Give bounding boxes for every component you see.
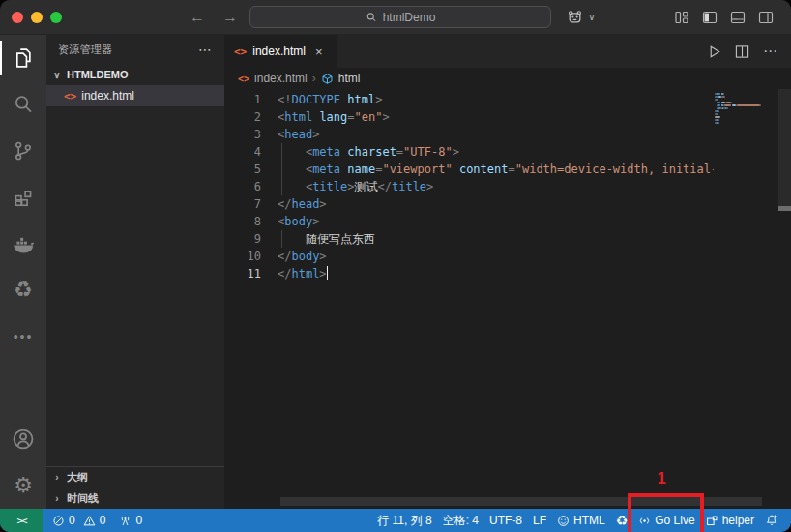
line-number: 3: [224, 126, 261, 143]
extensions-icon[interactable]: [0, 174, 46, 221]
line-number: 4: [224, 143, 261, 161]
vscode-window: ← → htmlDemo ∨: [0, 0, 791, 532]
text-cursor: [327, 266, 329, 280]
breadcrumb-symbol[interactable]: html: [338, 72, 361, 85]
sidebar-more-icon[interactable]: ⋯: [198, 42, 213, 57]
code-editor[interactable]: 1<!DOCTYPE html>2<html lang="en">3<head>…: [224, 89, 791, 509]
vertical-scrollbar[interactable]: [778, 89, 791, 211]
docker-icon[interactable]: [0, 221, 46, 267]
error-count: 0: [69, 514, 75, 527]
broadcast-icon: [638, 515, 651, 527]
code-line[interactable]: 8<body>: [224, 213, 714, 230]
timeline-section[interactable]: › 时间线: [46, 488, 224, 509]
code-line[interactable]: 10</body>: [224, 248, 714, 265]
activity-bar: ♻ ••• ⚙: [0, 35, 46, 509]
horizontal-scrollbar[interactable]: [280, 497, 762, 506]
code-line[interactable]: 3<head>: [224, 126, 714, 143]
profile-menu[interactable]: ∨: [567, 9, 597, 25]
chevron-right-icon: ›: [52, 472, 62, 483]
cursor-position[interactable]: 行 11, 列 8: [377, 513, 431, 529]
line-number: 2: [224, 108, 261, 126]
search-sidebar-icon[interactable]: [0, 81, 46, 128]
eol-sequence[interactable]: LF: [533, 514, 546, 527]
helper-button[interactable]: helper: [706, 514, 754, 527]
editor-group: <> index.html × ⋯ <> index.htm: [224, 35, 791, 509]
breadcrumb: <> index.html › html: [224, 68, 791, 89]
helper-icon: [706, 515, 718, 527]
language-label: HTML: [573, 514, 605, 527]
folder-htmldemo[interactable]: ∨ HTMLDEMO: [46, 64, 224, 85]
code-line[interactable]: 2<html lang="en">: [224, 108, 714, 126]
explorer-sidebar: 资源管理器 ⋯ ∨ HTMLDEMO <> index.html › 大纲 › …: [46, 35, 224, 509]
explorer-icon[interactable]: [0, 35, 46, 81]
minimap[interactable]: [715, 93, 778, 125]
code-line[interactable]: 11</html>: [224, 265, 714, 282]
toggle-primary-sidebar-icon[interactable]: [702, 10, 718, 25]
html-file-icon: <>: [238, 74, 249, 84]
title-bar: ← → htmlDemo ∨: [0, 0, 791, 35]
close-tab-icon[interactable]: ×: [315, 44, 323, 59]
toggle-panel-icon[interactable]: [730, 10, 746, 25]
code-line[interactable]: 4 <meta charset="UTF-8">: [224, 143, 714, 161]
remote-icon: ><: [16, 515, 25, 527]
ports-indicator[interactable]: 0: [119, 514, 142, 527]
file-label: index.html: [81, 89, 134, 103]
tab-label: index.html: [252, 44, 306, 58]
line-content: <body>: [278, 213, 714, 230]
line-content: <meta name="viewport" content="width=dev…: [278, 161, 714, 178]
outline-label: 大纲: [67, 470, 88, 485]
error-icon: [52, 515, 65, 527]
line-content: <!DOCTYPE html>: [278, 91, 714, 108]
code-line[interactable]: 5 <meta name="viewport" content="width=d…: [224, 161, 714, 178]
line-content: </html>: [278, 265, 714, 282]
forward-icon[interactable]: →: [222, 9, 238, 26]
settings-gear-icon[interactable]: ⚙: [0, 462, 46, 509]
tab-index-html[interactable]: <> index.html ×: [224, 35, 337, 68]
zoom-window-button[interactable]: [50, 12, 62, 23]
extension-recycle-icon[interactable]: ♻: [0, 267, 46, 313]
indentation[interactable]: 空格: 4: [443, 513, 479, 529]
encoding[interactable]: UTF-8: [489, 514, 522, 527]
outline-section[interactable]: › 大纲: [46, 466, 224, 488]
source-control-icon[interactable]: [0, 128, 46, 174]
command-center-search[interactable]: htmlDemo: [249, 6, 551, 28]
line-number: 5: [224, 161, 261, 178]
file-index-html[interactable]: <> index.html: [46, 85, 224, 106]
line-content: <meta charset="UTF-8">: [278, 143, 714, 161]
line-number: 6: [224, 178, 261, 195]
code-line[interactable]: 6 <title>测试</title>: [224, 178, 714, 195]
line-number: 10: [224, 248, 261, 265]
symbol-element-icon: [321, 73, 334, 85]
timeline-label: 时间线: [67, 491, 99, 506]
close-window-button[interactable]: [12, 12, 23, 23]
chevron-right-icon: ›: [52, 493, 62, 504]
language-mode[interactable]: HTML: [557, 514, 605, 527]
warning-count: 0: [100, 514, 106, 527]
status-bar: >< 0 0 0 行 11, 列 8 空格: 4: [0, 509, 791, 532]
feedback-smiley-icon: [557, 515, 570, 527]
notifications-bell[interactable]: [765, 514, 778, 527]
split-editor-icon[interactable]: [735, 44, 749, 59]
remote-indicator[interactable]: ><: [0, 509, 43, 532]
editor-more-icon[interactable]: ⋯: [763, 43, 777, 60]
problems-indicator[interactable]: 0 0: [52, 514, 105, 527]
go-live-button[interactable]: Go Live 1: [638, 514, 694, 527]
minimize-window-button[interactable]: [31, 12, 43, 23]
toggle-secondary-sidebar-icon[interactable]: [758, 10, 774, 25]
code-line[interactable]: 7</head>: [224, 195, 714, 213]
line-content: <head>: [278, 126, 714, 143]
additional-views-icon[interactable]: •••: [0, 313, 46, 360]
extension-recycle-status-icon[interactable]: ♻: [616, 513, 629, 528]
line-content: 随便写点东西: [278, 230, 714, 248]
line-number: 8: [224, 213, 261, 230]
breadcrumb-file[interactable]: index.html: [254, 72, 308, 85]
line-number: 9: [224, 230, 261, 248]
run-button[interactable]: [707, 44, 721, 59]
back-icon[interactable]: ←: [190, 9, 205, 26]
accounts-icon[interactable]: [0, 416, 46, 462]
go-live-label: Go Live: [655, 514, 694, 527]
code-line[interactable]: 9 随便写点东西: [224, 230, 714, 248]
code-line[interactable]: 1<!DOCTYPE html>: [224, 91, 714, 108]
customize-layout-icon[interactable]: [674, 10, 689, 25]
tab-bar: <> index.html × ⋯: [224, 35, 791, 68]
